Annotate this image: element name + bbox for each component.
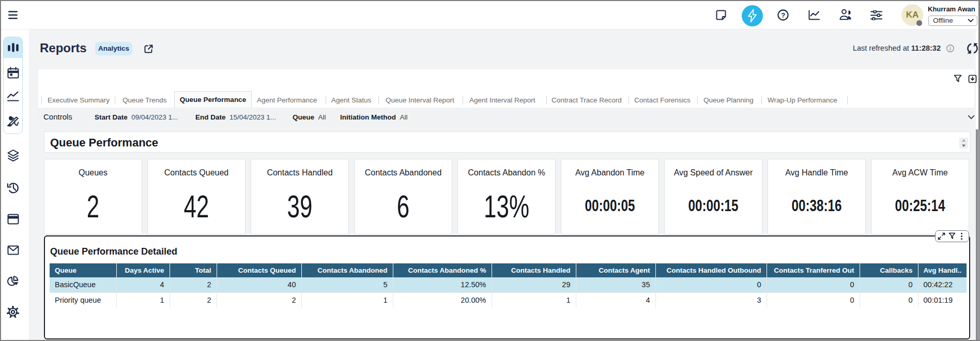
svg-text:?: ? (781, 11, 785, 19)
